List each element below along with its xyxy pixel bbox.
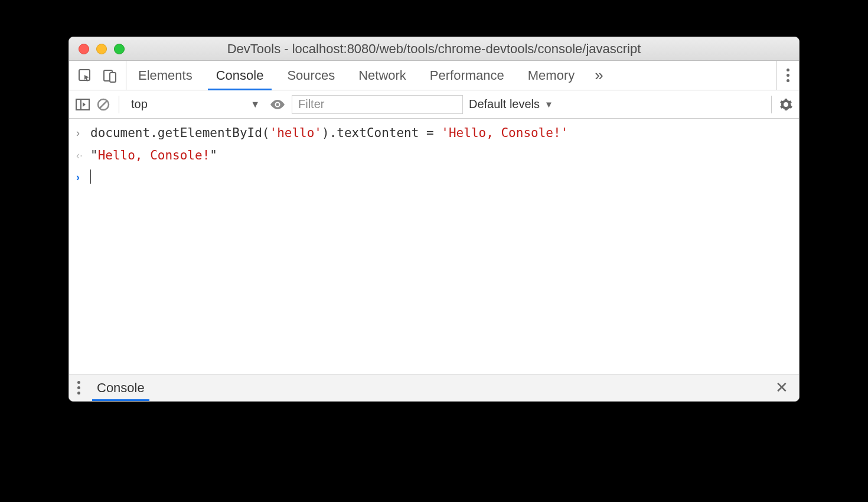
tab-label: Memory (528, 68, 575, 83)
tab-label: Elements (138, 68, 192, 83)
input-marker-icon: › (76, 123, 90, 142)
live-expression-icon[interactable] (269, 99, 286, 110)
clear-console-icon[interactable] (96, 97, 110, 112)
drawer-close-button[interactable]: ✕ (765, 374, 799, 401)
prompt-icon: › (76, 168, 90, 186)
filter-input[interactable] (292, 95, 463, 114)
device-toolbar-icon[interactable] (102, 68, 118, 83)
svg-line-6 (100, 101, 107, 108)
tab-memory[interactable]: Memory (516, 61, 586, 90)
maximize-window-button[interactable] (114, 44, 125, 54)
minimize-window-button[interactable] (96, 44, 107, 54)
console-prompt[interactable]: › (69, 167, 799, 189)
customize-button[interactable] (776, 61, 799, 90)
kebab-icon (787, 69, 789, 82)
tab-network[interactable]: Network (347, 61, 418, 90)
tab-performance[interactable]: Performance (418, 61, 516, 90)
chevron-down-icon: ▼ (250, 99, 260, 110)
tab-elements[interactable]: Elements (126, 61, 204, 90)
execution-context-label: top (131, 97, 148, 111)
kebab-icon (77, 381, 80, 395)
output-marker-icon: ‹· (76, 146, 90, 164)
console-output[interactable]: › document.getElementById('hello').textC… (69, 119, 799, 374)
tab-sources[interactable]: Sources (275, 61, 347, 90)
tab-console[interactable]: Console (204, 61, 276, 90)
devtools-window: DevTools - localhost:8080/web/tools/chro… (68, 37, 800, 402)
console-sidebar-toggle-icon[interactable] (75, 98, 90, 111)
chevron-down-icon: ▼ (544, 99, 553, 109)
tab-label: Sources (287, 68, 335, 83)
drawer-tab-label: Console (97, 380, 145, 396)
main-tabs: ElementsConsoleSourcesNetworkPerformance… (69, 61, 799, 90)
drawer: Console ✕ (69, 374, 799, 401)
window-controls (69, 44, 125, 54)
svg-rect-4 (76, 99, 81, 110)
close-window-button[interactable] (79, 44, 89, 54)
window-title: DevTools - localhost:8080/web/tools/chro… (69, 41, 799, 57)
more-tabs-icon[interactable]: » (586, 61, 611, 90)
drawer-tab-console[interactable]: Console (89, 374, 153, 401)
execution-context-selector[interactable]: top ▼ (128, 97, 263, 111)
close-icon: ✕ (775, 379, 788, 397)
titlebar: DevTools - localhost:8080/web/tools/chro… (69, 37, 799, 61)
log-levels-label: Default levels (469, 97, 540, 111)
console-entry-output: ‹· "Hello, Console!" (69, 145, 799, 167)
console-settings-icon[interactable] (771, 96, 793, 113)
tab-label: Performance (430, 68, 504, 83)
drawer-menu-button[interactable] (69, 374, 89, 401)
log-levels-selector[interactable]: Default levels ▼ (469, 97, 553, 111)
inspect-element-icon[interactable] (77, 68, 93, 83)
console-toolbar: top ▼ Default levels ▼ (69, 90, 799, 119)
svg-rect-2 (110, 73, 116, 82)
tab-label: Console (216, 68, 264, 83)
console-entry-input: › document.getElementById('hello').textC… (69, 122, 799, 145)
tab-label: Network (358, 68, 406, 83)
svg-point-8 (276, 103, 279, 106)
